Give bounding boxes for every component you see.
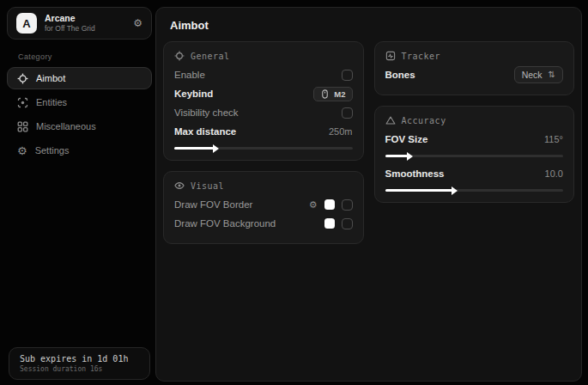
sub-expires-text: Sub expires in 1d 01h — [20, 354, 139, 364]
sidebar-item-label: Miscellaneous — [36, 121, 96, 131]
draw-fov-border-controls: ⚙ — [309, 199, 353, 211]
session-duration-text: Session duration 16s — [20, 365, 139, 373]
subscription-footer: Sub expires in 1d 01h Session duration 1… — [9, 347, 150, 380]
smoothness-slider[interactable] — [385, 189, 564, 192]
fov-size-row: FOV Size 115° — [385, 130, 564, 149]
app-window: A Arcane for Off The Grid ⚙ Category Aim… — [0, 0, 588, 385]
visual-card-header: Visual — [174, 180, 353, 191]
category-label: Category — [18, 52, 152, 61]
main-panel: Aimbot General Enable — [155, 7, 582, 382]
fov-size-slider[interactable] — [385, 155, 564, 157]
settings-gear-icon[interactable]: ⚙ — [133, 18, 142, 28]
card-title: Tracker — [402, 52, 441, 61]
visibility-check-row: Visibility check — [174, 103, 353, 122]
card-title: Visual — [191, 181, 224, 191]
fov-size-label: FOV Size — [385, 134, 428, 144]
enable-row: Enable — [174, 65, 353, 84]
page-title: Aimbot — [156, 8, 581, 40]
bones-value: Neck — [522, 70, 543, 80]
accuracy-card-header: Accuracy — [385, 115, 564, 125]
draw-fov-border-label: Draw FOV Border — [174, 199, 252, 210]
app-name: Arcane — [45, 13, 125, 24]
keybind-label: Keybind — [174, 89, 213, 99]
general-card: General Enable Keybind M2 — [163, 41, 364, 161]
smoothness-row: Smoothness 10.0 — [385, 164, 564, 183]
max-distance-label: Max distance — [174, 126, 236, 137]
app-logo: A — [16, 13, 37, 34]
card-title: General — [191, 52, 230, 61]
keybind-row: Keybind M2 — [174, 84, 353, 103]
logo-text: Arcane for Off The Grid — [45, 13, 125, 34]
bones-label: Bones — [385, 70, 415, 80]
sidebar-item-label: Aimbot — [36, 73, 65, 83]
draw-fov-background-controls — [324, 218, 353, 229]
draw-fov-border-row: Draw FOV Border ⚙ — [174, 195, 353, 214]
sidebar-item-label: Entities — [36, 97, 67, 107]
fov-size-value: 115° — [544, 134, 563, 144]
gear-icon[interactable]: ⚙ — [309, 200, 318, 210]
max-distance-slider[interactable] — [174, 147, 353, 150]
visibility-check-label: Visibility check — [174, 107, 239, 118]
draw-fov-background-row: Draw FOV Background — [174, 214, 353, 233]
eye-icon — [174, 180, 185, 191]
slider-thumb[interactable] — [452, 186, 458, 195]
bones-row: Bones Neck ⇅ — [385, 65, 564, 84]
general-card-header: General — [174, 51, 353, 61]
card-title: Accuracy — [402, 116, 446, 125]
visual-card: Visual Draw FOV Border ⚙ Draw FOV Backgr… — [163, 171, 364, 244]
sidebar: A Arcane for Off The Grid ⚙ Category Aim… — [7, 7, 152, 382]
max-distance-value: 250m — [329, 126, 353, 137]
fov-border-color-swatch[interactable] — [324, 199, 335, 210]
app-subtitle: for Off The Grid — [45, 24, 125, 34]
fov-background-color-swatch[interactable] — [324, 218, 335, 229]
tracker-card: Tracker Bones Neck ⇅ — [374, 41, 575, 95]
sidebar-item-miscellaneous[interactable]: Miscellaneous — [7, 115, 152, 138]
slider-fill — [385, 155, 409, 157]
tracker-card-header: Tracker — [385, 51, 564, 61]
draw-fov-background-label: Draw FOV Background — [174, 218, 276, 229]
draw-fov-border-checkbox[interactable] — [342, 199, 353, 211]
grid-icon — [17, 121, 28, 132]
slider-fill — [385, 189, 453, 192]
scan-icon — [17, 97, 28, 108]
sidebar-item-label: Settings — [35, 145, 70, 156]
enable-label: Enable — [174, 70, 205, 80]
right-column: Tracker Bones Neck ⇅ — [374, 41, 575, 203]
bones-select[interactable]: Neck ⇅ — [514, 66, 563, 83]
sidebar-item-aimbot[interactable]: Aimbot — [7, 67, 152, 89]
keybind-badge[interactable]: M2 — [313, 87, 352, 101]
smoothness-label: Smoothness — [385, 168, 445, 179]
slider-thumb[interactable] — [407, 152, 413, 161]
crosshair-icon — [17, 73, 28, 84]
keybind-value: M2 — [334, 89, 345, 99]
sidebar-item-settings[interactable]: ⚙ Settings — [7, 139, 152, 162]
unfold-icon: ⇅ — [549, 70, 555, 79]
sidebar-item-entities[interactable]: Entities — [7, 91, 152, 113]
slider-fill — [174, 147, 214, 150]
content-area: General Enable Keybind M2 — [156, 40, 581, 246]
max-distance-row: Max distance 250m — [174, 122, 353, 141]
triangle-icon — [385, 115, 396, 125]
left-column: General Enable Keybind M2 — [163, 41, 364, 244]
crosshair-icon — [174, 51, 185, 61]
tracker-icon — [385, 51, 396, 61]
slider-thumb[interactable] — [213, 144, 219, 153]
mouse-icon — [320, 89, 330, 99]
visibility-check-checkbox[interactable] — [342, 107, 353, 119]
smoothness-value: 10.0 — [545, 168, 563, 179]
draw-fov-background-checkbox[interactable] — [342, 218, 353, 229]
logo-card: A Arcane for Off The Grid ⚙ — [7, 7, 152, 40]
enable-checkbox[interactable] — [342, 70, 353, 81]
gear-icon: ⚙ — [17, 145, 27, 156]
accuracy-card: Accuracy FOV Size 115° Smoothness 10.0 — [374, 106, 575, 203]
